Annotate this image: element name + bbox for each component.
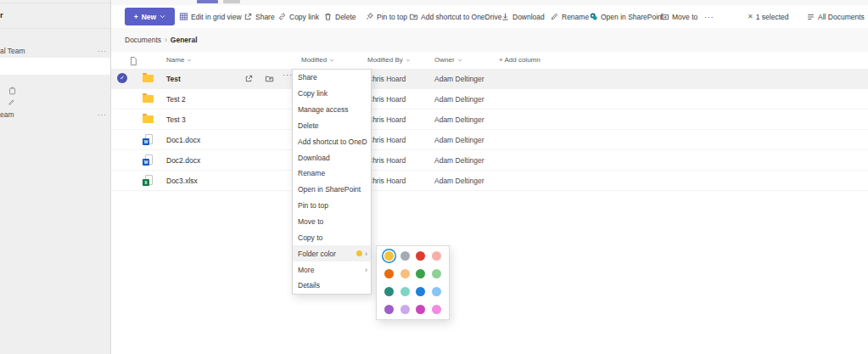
menu-item-download[interactable]: Download xyxy=(293,149,371,166)
clear-selection-button[interactable]: ✕ 1 selected xyxy=(748,8,788,25)
color-swatch-magenta[interactable] xyxy=(416,305,425,314)
table-row[interactable]: W Doc1.docx Chris Hoard Adam Deltinger xyxy=(111,130,868,150)
add-shortcut-icon xyxy=(409,12,418,21)
color-swatch-light-teal[interactable] xyxy=(400,287,410,296)
color-swatch-green[interactable] xyxy=(416,269,425,278)
color-swatch-salmon[interactable] xyxy=(432,251,441,261)
move-to-button[interactable]: Move to xyxy=(660,8,697,25)
menu-item-move-to[interactable]: Move to xyxy=(293,214,371,230)
color-swatch-orange[interactable] xyxy=(384,269,394,278)
menu-item-details[interactable]: Details xyxy=(293,278,371,294)
toolbar-more-button[interactable]: ··· xyxy=(704,8,714,25)
sidebar-item-team2[interactable]: eam xyxy=(0,110,14,119)
owner-cell: Adam Deltinger xyxy=(434,177,484,185)
share-icon[interactable] xyxy=(244,74,254,85)
open-in-sharepoint-button[interactable]: Open in SharePoint xyxy=(589,8,664,25)
column-header-modified[interactable]: Modified xyxy=(301,56,334,64)
menu-item-add-shortcut[interactable]: Add shortcut to OneDrive xyxy=(293,133,371,149)
column-header-name[interactable]: Name xyxy=(166,56,192,64)
sidebar-divider xyxy=(0,28,110,29)
menu-item-folder-color[interactable]: Folder color › xyxy=(293,245,371,261)
file-name[interactable]: Doc1.docx xyxy=(166,136,200,144)
breadcrumb: Documents › General xyxy=(125,36,198,44)
selected-checkbox[interactable]: ✓ xyxy=(117,73,127,83)
file-name[interactable]: Doc2.docx xyxy=(166,156,200,165)
folder-icon xyxy=(143,93,154,104)
file-name[interactable]: Test xyxy=(166,75,181,83)
add-shortcut-onedrive-button[interactable]: Add shortcut to OneDrive xyxy=(409,8,501,25)
team1-more-icon[interactable]: ··· xyxy=(98,48,107,55)
inactive-tab-indicator[interactable] xyxy=(223,0,240,3)
excel-file-icon: X xyxy=(143,175,154,186)
table-row[interactable]: W Doc2.docx Chris Hoard Adam Deltinger xyxy=(111,150,868,171)
owner-cell: Adam Deltinger xyxy=(434,156,484,165)
teams-sidebar: r al Team ··· eam ··· xyxy=(0,0,111,354)
pen-icon[interactable] xyxy=(8,94,15,110)
color-swatch-purple[interactable] xyxy=(384,305,394,314)
new-button[interactable]: +New xyxy=(125,8,175,25)
color-swatch-pink[interactable] xyxy=(432,305,441,314)
color-swatch-red[interactable] xyxy=(416,251,425,261)
download-button[interactable]: Download xyxy=(501,8,545,25)
color-swatch-light-blue[interactable] xyxy=(432,287,441,296)
breadcrumb-root[interactable]: Documents xyxy=(125,36,161,44)
owner-cell: Adam Deltinger xyxy=(434,95,484,104)
owner-cell: Adam Deltinger xyxy=(434,115,484,124)
menu-item-copy-link[interactable]: Copy link xyxy=(293,86,371,102)
column-header-owner[interactable]: Owner xyxy=(434,56,462,64)
folder-color-picker xyxy=(376,245,450,320)
more-icon: ··· xyxy=(704,13,714,21)
menu-item-rename[interactable]: Rename xyxy=(293,166,371,182)
breadcrumb-band: Documents › General xyxy=(111,28,868,52)
table-row[interactable]: Test 3 Chris Hoard Adam Deltinger xyxy=(111,110,868,130)
copy-link-button[interactable]: Copy link xyxy=(277,8,319,25)
color-swatch-peach[interactable] xyxy=(400,269,410,278)
add-shortcut-icon[interactable] xyxy=(265,74,274,85)
breadcrumb-separator: › xyxy=(165,36,167,44)
color-swatch-light-green[interactable] xyxy=(432,269,441,278)
menu-item-open-in-sharepoint[interactable]: Open in SharePoint xyxy=(293,182,371,198)
color-swatch-blue[interactable] xyxy=(416,287,425,296)
modified-by-cell: Chris Hoard xyxy=(367,136,406,144)
pin-to-top-button[interactable]: Pin to top xyxy=(365,8,407,25)
menu-item-manage-access[interactable]: Manage access xyxy=(293,102,371,118)
share-button[interactable]: Share xyxy=(244,8,275,25)
file-name[interactable]: Test 2 xyxy=(166,95,186,104)
chevron-down-icon xyxy=(329,59,334,62)
file-name[interactable]: Test 3 xyxy=(166,115,186,124)
menu-item-more[interactable]: More › xyxy=(293,261,371,278)
color-swatch-yellow[interactable] xyxy=(384,251,394,261)
color-swatch-lavender[interactable] xyxy=(400,305,410,314)
sidebar-selected-channel[interactable] xyxy=(0,58,110,75)
chevron-down-icon xyxy=(160,14,165,19)
menu-item-copy-to[interactable]: Copy to xyxy=(293,229,371,245)
file-type-column-icon[interactable] xyxy=(129,56,137,66)
file-name[interactable]: Doc3.xlsx xyxy=(166,177,198,185)
chevron-down-icon xyxy=(406,59,411,62)
table-row[interactable]: X Doc3.xlsx Chris Hoard Adam Deltinger xyxy=(111,171,868,191)
modified-by-cell: Chris Hoard xyxy=(367,156,406,165)
close-icon: ✕ xyxy=(748,13,753,20)
active-tab-indicator[interactable] xyxy=(197,0,218,3)
rename-button[interactable]: Rename xyxy=(550,8,589,25)
edit-grid-view-button[interactable]: Edit in grid view xyxy=(179,8,242,25)
link-icon xyxy=(277,12,287,21)
menu-item-share[interactable]: Share xyxy=(293,70,371,86)
sidebar-item-team1[interactable]: al Team xyxy=(0,47,25,55)
command-bar: +New Edit in grid view Share Copy l xyxy=(111,5,868,28)
menu-item-delete[interactable]: Delete xyxy=(293,118,371,134)
rename-icon xyxy=(550,12,559,21)
chevron-down-icon xyxy=(457,59,462,62)
team2-more-icon[interactable]: ··· xyxy=(98,111,107,119)
table-row[interactable]: Test 2 Chris Hoard Adam Deltinger xyxy=(111,89,868,110)
folder-icon xyxy=(143,73,154,84)
menu-item-pin-to-top[interactable]: Pin to top xyxy=(293,198,371,214)
delete-button[interactable]: Delete xyxy=(323,8,356,25)
color-swatch-gray[interactable] xyxy=(400,251,410,261)
view-list-icon xyxy=(806,13,815,21)
color-swatch-teal[interactable] xyxy=(384,287,394,296)
column-header-modified-by[interactable]: Modified By xyxy=(367,56,411,64)
add-column-button[interactable]: + Add column xyxy=(499,56,540,64)
table-row[interactable]: ✓ Test ··· Chris Hoard Adam Deltinger xyxy=(111,69,868,89)
view-selector[interactable]: All Documents xyxy=(806,8,868,25)
